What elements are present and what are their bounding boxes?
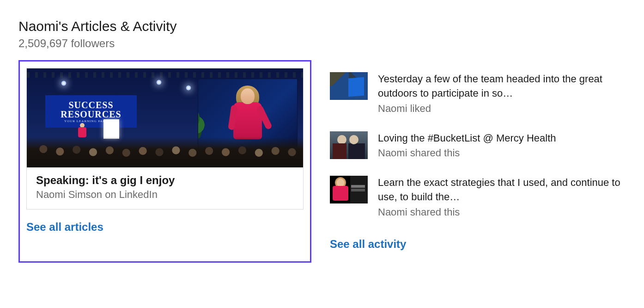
speaker-on-screen [229, 88, 267, 144]
billboard-line2: RESOURCES [61, 110, 121, 119]
flowers-decoration [198, 109, 206, 141]
spotlight-icon [186, 85, 191, 91]
spotlight-icon [61, 80, 67, 86]
spotlight-icon [156, 80, 162, 85]
activity-action: Naomi shared this [378, 147, 626, 159]
featured-article-highlight: SUCCESS RESOURCES YOUR LEARNING PARTNERS [18, 60, 311, 263]
activity-item[interactable]: Yesterday a few of the team headed into … [330, 72, 626, 115]
activity-item[interactable]: Loving the #BucketList @ Mercy Health Na… [330, 131, 626, 160]
activity-text: Yesterday a few of the team headed into … [378, 72, 626, 115]
activity-action: Naomi liked [378, 103, 626, 115]
billboard-line1: SUCCESS [68, 100, 113, 110]
activity-headline: Loving the #BucketList @ Mercy Health [378, 131, 626, 146]
activity-text: Loving the #BucketList @ Mercy Health Na… [378, 131, 626, 160]
see-all-activity-link[interactable]: See all activity [330, 238, 406, 251]
article-source: Naomi Simson on LinkedIn [36, 189, 294, 201]
activity-item[interactable]: Learn the exact strategies that I used, … [330, 176, 626, 218]
crowd-decoration [27, 137, 303, 167]
stage-billboard: SUCCESS RESOURCES YOUR LEARNING PARTNERS [45, 95, 137, 128]
article-meta: Speaking: it's a gig I enjoy Naomi Simso… [27, 167, 303, 209]
activity-text: Learn the exact strategies that I used, … [378, 176, 626, 218]
article-title: Speaking: it's a gig I enjoy [36, 174, 294, 187]
stage-speaker-figure [77, 123, 88, 139]
stage-light-panel [103, 119, 119, 139]
activity-column: Yesterday a few of the team headed into … [330, 60, 626, 251]
activity-thumbnail [330, 72, 368, 100]
activity-thumbnail [330, 131, 368, 159]
activity-headline: Learn the exact strategies that I used, … [378, 176, 626, 204]
article-image: SUCCESS RESOURCES YOUR LEARNING PARTNERS [27, 68, 303, 167]
stage-truss-decoration [27, 72, 303, 78]
see-all-articles-link[interactable]: See all articles [26, 221, 103, 234]
activity-headline: Yesterday a few of the team headed into … [378, 72, 626, 101]
activity-thumbnail [330, 176, 368, 203]
followers-count: 2,509,697 followers [18, 37, 626, 50]
article-card[interactable]: SUCCESS RESOURCES YOUR LEARNING PARTNERS [26, 68, 304, 209]
activity-action: Naomi shared this [378, 206, 626, 218]
content-row: SUCCESS RESOURCES YOUR LEARNING PARTNERS [18, 60, 626, 263]
section-title: Naomi's Articles & Activity [18, 18, 626, 34]
